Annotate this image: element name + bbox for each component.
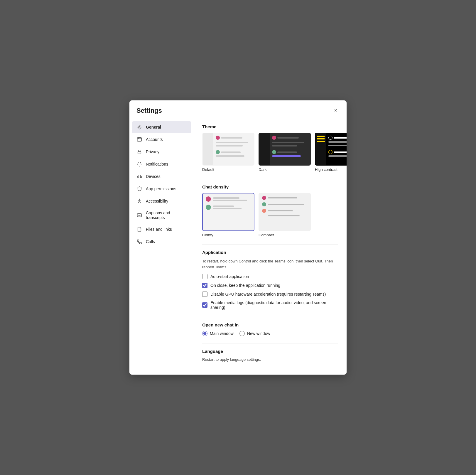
radio-new-window-input[interactable] (239, 331, 245, 336)
theme-preview-default (202, 133, 254, 166)
bell-icon (136, 161, 142, 167)
compact-row-1 (262, 196, 307, 200)
language-description: Restart to apply language settings. (202, 357, 338, 362)
theme-avatar (216, 136, 220, 140)
sidebar-label-captions: Captions and transcripts (146, 210, 187, 220)
shield-icon (136, 186, 142, 192)
theme-line (216, 145, 243, 146)
sidebar-label-app-permissions: App permissions (146, 186, 176, 191)
file-icon (136, 226, 142, 232)
sidebar-item-privacy[interactable]: Privacy (132, 146, 191, 158)
hc-line (334, 137, 347, 139)
sidebar-item-calls[interactable]: Calls (132, 236, 191, 247)
disable-gpu-checkbox[interactable] (202, 292, 207, 297)
theme-option-default[interactable]: Default (202, 133, 254, 172)
dark-avatar-row (272, 136, 308, 140)
theme-avatar2 (216, 150, 220, 154)
theme-avatar-row (216, 136, 251, 140)
sidebar-item-app-permissions[interactable]: App permissions (132, 183, 191, 195)
divider-1 (202, 179, 338, 179)
theme-option-high-contrast[interactable]: High contrast (315, 133, 347, 172)
hc-sidebar-line2 (317, 138, 325, 139)
sidebar-item-captions[interactable]: CC Captions and transcripts (132, 208, 191, 223)
radio-main-window-input[interactable] (202, 331, 207, 336)
application-section: Application To restart, hold down Contro… (202, 250, 338, 310)
sidebar-item-notifications[interactable]: Notifications (132, 158, 191, 170)
auto-start-checkbox[interactable] (202, 274, 207, 279)
density-label-comfy: Comfy (202, 233, 254, 237)
application-description: To restart, hold down Control and click … (202, 258, 338, 270)
compact-avatar-3 (262, 209, 266, 213)
open-new-chat-title: Open new chat in (202, 322, 338, 327)
hc-line5 (328, 155, 347, 157)
hc-avatar-row2 (328, 150, 347, 154)
dark-line4 (277, 151, 297, 153)
close-button[interactable]: × (332, 106, 340, 115)
phone-icon (136, 239, 142, 245)
sidebar: General Accounts (129, 118, 194, 375)
media-logs-checkbox[interactable] (202, 302, 207, 308)
hc-sidebar-line (317, 136, 325, 137)
auto-start-label[interactable]: Auto-start application (210, 274, 249, 279)
svg-point-7 (139, 199, 140, 200)
density-avatar-2 (206, 205, 211, 210)
divider-3 (202, 317, 338, 317)
dark-line2 (272, 142, 304, 143)
density-option-comfy[interactable]: Comfy (202, 193, 254, 237)
dialog-body: General Accounts (129, 118, 347, 375)
sidebar-label-accounts: Accounts (146, 137, 163, 142)
checkbox-auto-start: Auto-start application (202, 274, 338, 279)
density-line-1a (213, 197, 239, 199)
theme-preview-hc (315, 133, 347, 166)
disable-gpu-label[interactable]: Disable GPU hardware acceleration (requi… (210, 292, 326, 297)
density-preview-compact (259, 193, 311, 231)
language-title: Language (202, 349, 338, 354)
theme-option-dark[interactable]: Dark (259, 133, 311, 172)
compact-row-3 (262, 209, 307, 213)
sidebar-item-files[interactable]: Files and links (132, 223, 191, 235)
density-row-2 (206, 205, 251, 210)
hc-line4 (334, 151, 347, 153)
hc-sidebar-mock (315, 133, 326, 165)
radio-main-window[interactable]: Main window (202, 331, 234, 336)
sidebar-label-devices: Devices (146, 174, 161, 179)
density-row-1 (206, 196, 251, 202)
theme-label-dark: Dark (259, 167, 311, 172)
theme-line2 (221, 151, 241, 153)
settings-dialog: Settings × General (129, 100, 347, 375)
density-label-compact: Compact (259, 233, 311, 237)
density-line-2a (213, 206, 234, 207)
theme-avatar-row2 (216, 150, 251, 154)
sidebar-item-devices[interactable]: Devices (132, 171, 191, 182)
compact-line-3 (268, 210, 293, 211)
checkbox-keep-running: On close, keep the application running (202, 283, 338, 288)
svg-rect-6 (141, 176, 142, 178)
dark-line5 (272, 155, 301, 157)
hc-line2 (328, 141, 347, 143)
sidebar-item-accessibility[interactable]: Accessibility (132, 195, 191, 207)
dark-sidebar-mock (259, 133, 270, 165)
checkbox-disable-gpu: Disable GPU hardware acceleration (requi… (202, 292, 338, 297)
compact-row-4 (262, 215, 307, 216)
radio-new-window[interactable]: New window (239, 331, 270, 336)
sidebar-item-general[interactable]: General (132, 121, 191, 133)
gear-icon (136, 124, 142, 130)
media-logs-label[interactable]: Enable media logs (diagnostic data for a… (210, 300, 338, 310)
compact-line-1 (268, 197, 297, 198)
sidebar-label-accessibility: Accessibility (146, 199, 168, 203)
sidebar-label-privacy: Privacy (146, 149, 159, 154)
hc-avatar2 (328, 150, 332, 154)
keep-running-checkbox[interactable] (202, 283, 207, 288)
hc-avatar-row (328, 136, 347, 140)
dialog-header: Settings × (129, 100, 347, 118)
divider-2 (202, 244, 338, 245)
sidebar-item-accounts[interactable]: Accounts (132, 134, 191, 145)
accessibility-icon (136, 198, 142, 204)
theme-title: Theme (202, 124, 338, 129)
density-option-compact[interactable]: Compact (259, 193, 311, 237)
chat-density-section: Chat density (202, 184, 338, 237)
svg-point-0 (139, 126, 140, 128)
keep-running-label[interactable]: On close, keep the application running (210, 283, 280, 288)
svg-rect-1 (137, 138, 141, 142)
language-section: Language Restart to apply language setti… (202, 349, 338, 362)
